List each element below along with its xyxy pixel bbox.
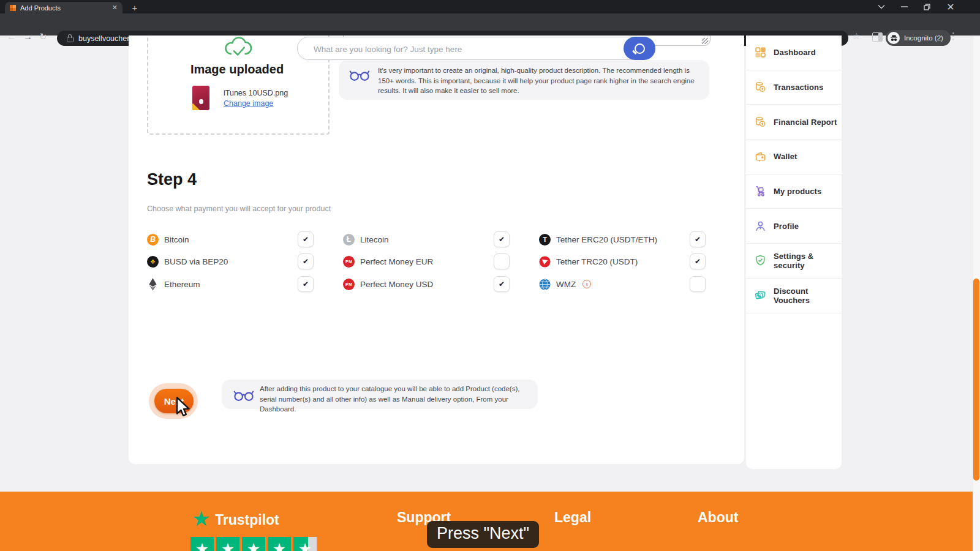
uploaded-file-name: iTunes 10USD.png <box>224 89 288 97</box>
sidebar-item-my-products[interactable]: My products <box>746 174 842 209</box>
side-panel-icon[interactable] <box>872 32 883 42</box>
sidebar-item-label: Settings & security <box>774 252 842 270</box>
search-button[interactable] <box>624 37 655 60</box>
resize-grip-icon[interactable] <box>702 38 708 44</box>
trustpilot-rating <box>190 537 317 551</box>
payment-label: Litecoin <box>360 235 389 244</box>
payment-option-litecoin: Litecoin ✔ <box>343 231 527 248</box>
lock-icon <box>67 37 74 42</box>
payment-option-pm-eur: Perfect Money EUR <box>343 253 527 270</box>
payment-label: Ethereum <box>164 280 200 289</box>
pm-eur-checkbox[interactable] <box>494 253 510 269</box>
usdt-trc20-checkbox[interactable]: ✔ <box>690 253 706 269</box>
description-tip-box: It's very important to create an origina… <box>339 60 709 100</box>
reload-button[interactable]: ↻ <box>39 31 47 42</box>
content-card: Image uploaded iTunes 10USD.png Change i… <box>129 36 744 464</box>
minimize-button[interactable] <box>895 0 913 13</box>
payment-option-usdt-trc20: Tether TRC20 (USDT) ✔ <box>539 253 723 270</box>
restore-button[interactable] <box>918 0 936 13</box>
payment-label: Tether TRC20 (USDT) <box>556 257 638 266</box>
trustpilot-logo[interactable]: Trustpilot <box>215 512 279 528</box>
discount-tag-icon <box>754 289 767 302</box>
back-button[interactable]: ← <box>7 31 16 42</box>
payment-label: WMZ <box>556 280 576 289</box>
sidebar-item-label: Transactions <box>774 83 823 92</box>
sidebar-item-financial-report[interactable]: Financial Report <box>746 105 842 140</box>
next-tip-box: After adding this product to your catalo… <box>222 380 538 409</box>
browser-menu-icon[interactable]: ⋮ <box>949 31 958 42</box>
step-title: Step 4 <box>147 170 197 189</box>
close-window-button[interactable]: ✕ <box>941 0 960 13</box>
rating-star <box>190 537 214 551</box>
search-input[interactable] <box>312 38 609 60</box>
ethereum-checkbox[interactable]: ✔ <box>298 276 314 292</box>
browser-toolbar: ← → ↻ buysellvouchers.com/en/products/ad… <box>0 13 980 36</box>
perfect-money-icon <box>343 279 355 290</box>
description-tip-text: It's very important to create an origina… <box>378 66 699 96</box>
change-image-link[interactable]: Change image <box>224 99 273 108</box>
incognito-badge[interactable]: Incognito (2) <box>886 30 951 46</box>
wallet-icon <box>754 150 767 163</box>
bookmark-star-icon[interactable]: ☆ <box>853 31 861 41</box>
wmz-info-icon[interactable]: i <box>582 280 591 288</box>
sidebar-item-settings-security[interactable]: Settings & security <box>746 244 842 279</box>
press-next-tooltip: Press "Next" <box>427 521 539 548</box>
ethereum-icon <box>147 278 159 291</box>
footer-heading-about: About <box>698 509 738 526</box>
tether-trc20-icon <box>539 256 551 268</box>
profile-icon <box>754 220 767 233</box>
sidebar-item-profile[interactable]: Profile <box>746 209 842 244</box>
upload-status-title: Image uploaded <box>147 62 327 77</box>
bitcoin-checkbox[interactable]: ✔ <box>298 231 314 247</box>
rating-star <box>242 537 265 551</box>
payment-label: BUSD via BEP20 <box>164 257 228 266</box>
new-tab-button[interactable]: + <box>129 2 140 13</box>
account-sidebar: Dashboard Transactions Financial Report … <box>746 36 842 469</box>
wmz-checkbox[interactable] <box>690 276 706 292</box>
chevron-down-icon[interactable] <box>872 0 891 13</box>
dashboard-icon <box>754 46 767 59</box>
search-icon <box>635 43 645 54</box>
sidebar-item-wallet[interactable]: Wallet <box>746 140 842 174</box>
browser-tab[interactable]: Add Products ✕ <box>5 2 123 13</box>
step-subtitle: Choose what payment you will accept for … <box>147 204 331 213</box>
sidebar-item-label: Profile <box>774 222 799 231</box>
rating-star <box>268 537 291 551</box>
wmz-icon <box>539 279 551 290</box>
mouse-cursor <box>173 397 190 421</box>
sidebar-item-label: Wallet <box>774 152 797 161</box>
browser-window: Add Products ✕ + ✕ ← → ↻ buysellvouchers… <box>0 0 980 551</box>
pm-usd-checkbox[interactable]: ✔ <box>494 276 510 292</box>
payment-label: Tether ERC20 (USDT/ETH) <box>556 235 657 244</box>
sidebar-item-label: Discount Vouchers <box>774 287 842 305</box>
shield-check-icon <box>754 254 767 267</box>
litecoin-checkbox[interactable]: ✔ <box>494 231 510 247</box>
trustpilot-star-icon: ★ <box>192 508 210 529</box>
transactions-icon <box>754 81 767 94</box>
sidebar-item-transactions[interactable]: Transactions <box>746 70 842 105</box>
payment-option-usdt-erc20: Tether ERC20 (USDT/ETH) ✔ <box>539 231 723 248</box>
payment-label: Bitcoin <box>164 235 189 244</box>
payment-option-wmz: WMZ i <box>539 276 723 293</box>
forward-button[interactable]: → <box>23 31 32 42</box>
financial-report-icon <box>754 116 767 129</box>
incognito-icon <box>888 32 900 44</box>
sidebar-item-dashboard[interactable]: Dashboard <box>746 36 842 70</box>
payment-label: Perfect Money USD <box>360 280 433 289</box>
itunes-thumbnail <box>192 86 209 110</box>
busd-checkbox[interactable]: ✔ <box>298 253 314 269</box>
payment-option-pm-usd: Perfect Money USD ✔ <box>343 276 527 293</box>
payment-label: Perfect Money EUR <box>360 257 433 266</box>
sidebar-item-discount-vouchers[interactable]: Discount Vouchers <box>746 279 842 313</box>
tab-title: Add Products <box>20 4 112 12</box>
scrollbar-thumb[interactable] <box>973 279 979 481</box>
sidebar-item-label: My products <box>774 187 821 196</box>
sidebar-item-label: Financial Report <box>774 118 837 127</box>
next-tip-text: After adding this product to your catalo… <box>260 384 527 414</box>
busd-icon <box>147 256 159 268</box>
product-search-bar <box>297 37 655 60</box>
usdt-erc20-checkbox[interactable]: ✔ <box>690 231 706 247</box>
glasses-icon <box>233 387 255 405</box>
tab-close-icon[interactable]: ✕ <box>112 4 118 11</box>
footer-heading-legal: Legal <box>554 509 591 526</box>
